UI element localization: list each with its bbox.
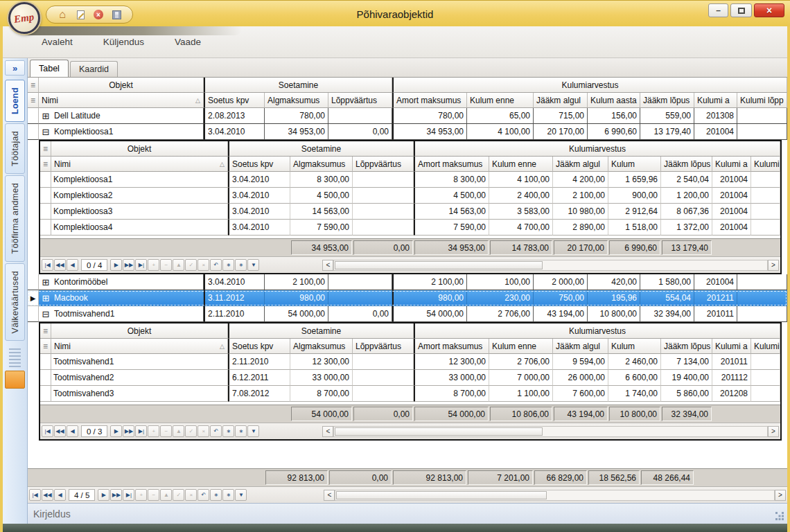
expand-button[interactable]: ⊞	[41, 277, 51, 287]
nav-filter-edit-button[interactable]: ∗	[222, 489, 234, 501]
column-header[interactable]: Jääkm algul	[534, 93, 588, 108]
band-soetamine[interactable]: Soetamine	[204, 78, 392, 93]
nav-next-button[interactable]: ▶	[98, 489, 109, 501]
table-row[interactable]: Komplektioosa4 3.04.2010 7 590,00 7 590,…	[40, 220, 780, 236]
column-header[interactable]: Kulumi	[751, 157, 780, 172]
nav-delete-button[interactable]: −	[160, 425, 172, 437]
column-header[interactable]: Lõppväärtus	[353, 339, 414, 354]
nav-funnel-button[interactable]: ▼	[235, 489, 247, 501]
band-objekt[interactable]: Objekt	[51, 323, 228, 339]
nav-append-button[interactable]: +	[135, 489, 147, 501]
menu-vaade[interactable]: Vaade	[172, 35, 204, 49]
scroll-left-button[interactable]: <	[324, 490, 335, 501]
expand-button[interactable]: ⊞	[41, 293, 51, 303]
nav-last-button[interactable]: ▶|	[135, 425, 147, 437]
column-header[interactable]: Algmaksumus	[265, 93, 328, 108]
scrollbar-track[interactable]	[335, 490, 775, 501]
nav-append-button[interactable]: +	[148, 259, 159, 271]
scrollbar-track[interactable]	[333, 260, 768, 271]
horizontal-scrollbar[interactable]: < >	[322, 426, 779, 437]
sidebar-tab[interactable]: Töötajad	[5, 123, 25, 174]
column-header-nimi[interactable]: Nimi△	[51, 157, 228, 172]
scroll-right-button[interactable]: >	[768, 426, 779, 437]
close-record-button[interactable]: ×	[91, 8, 106, 21]
nav-post-button[interactable]: ✓	[185, 259, 197, 271]
table-row[interactable]: Komplektioosa2 3.04.2010 4 500,00 4 500,…	[40, 188, 780, 204]
column-header-nimi[interactable]: Nimi△	[39, 93, 204, 108]
sidebar-tab[interactable]: Tööfirma andmed	[5, 175, 25, 261]
column-header[interactable]: Algmaksumus	[290, 339, 353, 354]
column-header[interactable]: Kulum	[608, 339, 661, 354]
close-button[interactable]: ×	[754, 3, 784, 17]
column-header[interactable]: Jääkm lõpus	[661, 339, 712, 354]
nav-filter-edit-button[interactable]: ∗	[235, 259, 247, 271]
column-header[interactable]: Jääkm algul	[553, 157, 608, 172]
nav-delete-button[interactable]: −	[148, 489, 159, 501]
minimize-button[interactable]: –	[708, 3, 728, 17]
column-header[interactable]: Jääkm lõpus	[661, 157, 712, 172]
nav-edit-button[interactable]: ▲	[173, 425, 184, 437]
nav-funnel-button[interactable]: ▼	[247, 259, 259, 271]
app-logo[interactable]: Emp	[8, 2, 40, 34]
column-header[interactable]: Kulum enne	[489, 157, 553, 172]
nav-filter-button[interactable]: ∗	[222, 425, 234, 437]
table-row[interactable]: ⊟Komplektioosa1 3.04.2010 34 953,00 0,00…	[28, 124, 787, 140]
column-header[interactable]: Kulumi a	[712, 339, 751, 354]
nav-post-button[interactable]: ✓	[173, 489, 184, 501]
tab-tabel[interactable]: Tabel	[30, 60, 69, 77]
scroll-left-button[interactable]: <	[322, 426, 333, 437]
column-header[interactable]: Kulumi a	[712, 157, 751, 172]
nav-refresh-button[interactable]: ↶	[210, 259, 222, 271]
save-button[interactable]	[109, 8, 124, 21]
band-kulumiarvestus[interactable]: Kulumiarvestus	[392, 78, 787, 93]
nav-cancel-button[interactable]: ×	[185, 489, 197, 501]
table-row[interactable]: Komplektioosa1 3.04.2010 8 300,00 8 300,…	[40, 172, 780, 188]
column-header[interactable]: Kulum enne	[467, 93, 534, 108]
nav-delete-button[interactable]: −	[160, 259, 172, 271]
band-objekt[interactable]: Objekt	[51, 141, 228, 157]
nav-first-button[interactable]: |◀	[42, 259, 53, 271]
column-header[interactable]: Algmaksumus	[290, 157, 353, 172]
nav-next-button[interactable]: ▶	[110, 259, 122, 271]
sidebar-accent[interactable]	[5, 371, 25, 389]
column-header[interactable]: Kulumi lõpp	[737, 93, 787, 108]
table-row[interactable]: ⊞Kontorimööbel 3.04.2010 2 100,00 2 100,…	[28, 274, 787, 290]
column-header[interactable]: Kulum aasta	[588, 93, 640, 108]
sidebar-tab[interactable]: Väikeväärtused	[5, 263, 25, 341]
column-header[interactable]: Soetus kpv	[228, 157, 290, 172]
scroll-right-button[interactable]: >	[775, 490, 786, 501]
nav-edit-button[interactable]: ▲	[160, 489, 172, 501]
table-row[interactable]: Tootmisvahend1 2.11.2010 12 300,00 12 30…	[40, 354, 780, 370]
nav-prev-button[interactable]: ◀	[67, 425, 78, 437]
scrollbar-thumb[interactable]	[335, 261, 543, 269]
nav-last-button[interactable]: ▶|	[135, 259, 147, 271]
column-header[interactable]: Amort maksumus	[392, 93, 467, 108]
table-row[interactable]: ▶ ⊞Macbook 3.11.2012 980,00 980,00 230,0…	[28, 290, 787, 306]
scrollbar-track[interactable]	[333, 426, 768, 437]
menu-avaleht[interactable]: Avaleht	[39, 35, 76, 49]
sidebar-tab[interactable]: Loend	[5, 80, 25, 122]
nav-prev-button[interactable]: ◀	[67, 259, 78, 271]
column-header[interactable]: Kulumi	[751, 339, 780, 354]
nav-post-button[interactable]: ✓	[185, 425, 197, 437]
nav-prev-button[interactable]: ◀	[54, 489, 66, 501]
band-kulumiarvestus[interactable]: Kulumiarvestus	[414, 141, 780, 157]
nav-funnel-button[interactable]: ▼	[247, 425, 259, 437]
nav-prev-page-button[interactable]: ◀◀	[54, 259, 66, 271]
nav-next-page-button[interactable]: ▶▶	[123, 259, 134, 271]
scrollbar-thumb[interactable]	[335, 427, 543, 436]
column-header[interactable]: Kulumi a	[694, 93, 737, 108]
nav-next-button[interactable]: ▶	[110, 425, 122, 437]
band-objekt[interactable]: Objekt	[39, 78, 204, 93]
scrollbar-thumb[interactable]	[336, 491, 547, 499]
nav-refresh-button[interactable]: ↶	[198, 489, 209, 501]
band-soetamine[interactable]: Soetamine	[228, 141, 414, 157]
nav-last-button[interactable]: ▶|	[123, 489, 134, 501]
table-row[interactable]: ⊟Tootmisvahend1 2.11.2010 54 000,00 0,00…	[28, 306, 787, 322]
nav-prev-page-button[interactable]: ◀◀	[42, 489, 53, 501]
expand-button[interactable]: ⊞	[41, 111, 51, 121]
nav-refresh-button[interactable]: ↶	[210, 425, 222, 437]
nav-filter-button[interactable]: ∗	[210, 489, 222, 501]
scroll-right-button[interactable]: >	[768, 260, 779, 271]
menu-kuljendus[interactable]: Küljendus	[100, 35, 147, 49]
